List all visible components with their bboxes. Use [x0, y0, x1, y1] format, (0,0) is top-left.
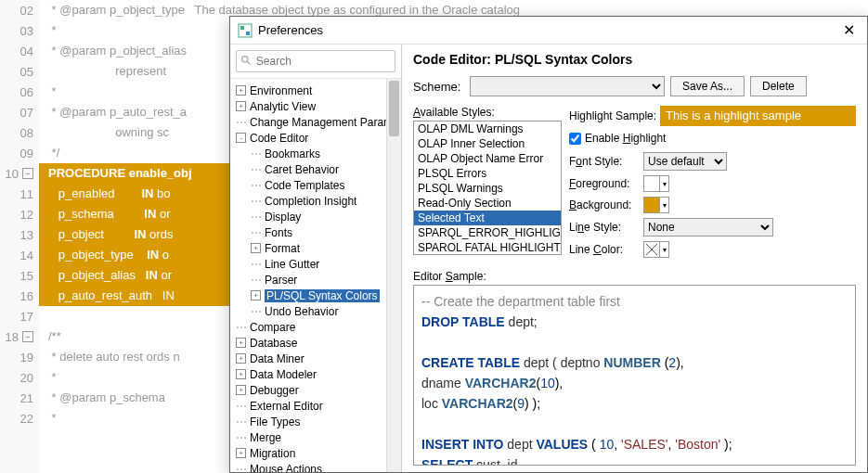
- tree-item[interactable]: ⋯External Editor: [230, 398, 401, 414]
- preferences-dialog: Preferences ✕ +Environment+Analytic View…: [229, 16, 868, 473]
- tree-item[interactable]: +Environment: [230, 83, 401, 98]
- tree-item[interactable]: ⋯Undo Behavior: [230, 303, 401, 319]
- close-button[interactable]: ✕: [837, 19, 860, 42]
- font-style-label: Font Style:: [569, 155, 643, 168]
- tree-item[interactable]: +Format: [230, 240, 401, 256]
- tree-item[interactable]: +Data Miner: [230, 351, 401, 366]
- dropdown-icon: ▾: [659, 176, 668, 191]
- style-item[interactable]: SPARQL_ERROR_HIGHLIGHT_: [414, 225, 561, 240]
- line-gutter: 020304050607080910−1112131415161718−1920…: [0, 0, 39, 473]
- editor-sample: -- Create the department table first DRO…: [413, 285, 856, 466]
- enable-highlight-label: Enable Highlight: [585, 132, 666, 145]
- highlight-sample: This is a highlight sample: [660, 106, 856, 126]
- enable-highlight-checkbox[interactable]: [569, 133, 581, 145]
- dropdown-icon: ▾: [659, 198, 668, 212]
- nav-tree-pane: +Environment+Analytic View⋯Change Manage…: [230, 45, 402, 472]
- style-item[interactable]: Selected Text: [414, 211, 561, 225]
- tree-item[interactable]: ⋯Compare: [230, 319, 401, 335]
- available-styles-label: Available Styles:: [413, 106, 562, 119]
- scheme-label: Scheme:: [413, 80, 464, 94]
- tree-item[interactable]: ⋯Bookmarks: [230, 146, 401, 161]
- search-input[interactable]: [253, 53, 391, 70]
- tree-item[interactable]: ⋯Fonts: [230, 224, 401, 240]
- preferences-tree[interactable]: +Environment+Analytic View⋯Change Manage…: [230, 79, 401, 472]
- tree-item[interactable]: +Data Modeler: [230, 366, 401, 382]
- line-style-label: Line Style:: [569, 221, 643, 234]
- style-item[interactable]: PLSQL Warnings: [414, 181, 561, 196]
- tree-item[interactable]: ⋯Parser: [230, 272, 401, 288]
- style-item[interactable]: PLSQL Errors: [414, 166, 561, 181]
- tree-item[interactable]: ⋯Line Gutter: [230, 256, 401, 272]
- tree-item[interactable]: ⋯Change Management Paran: [230, 114, 401, 130]
- search-icon: [240, 55, 253, 68]
- highlight-sample-label: Highlight Sample:: [569, 109, 656, 122]
- style-item[interactable]: OLAP DML Warnings: [414, 121, 561, 136]
- dropdown-icon: ▾: [659, 242, 668, 257]
- svg-point-3: [242, 57, 248, 62]
- style-item[interactable]: Read-Only Section: [414, 196, 561, 211]
- style-item[interactable]: OLAP Object Name Error: [414, 151, 561, 166]
- style-item[interactable]: SPAROL FATAL HIGHLIGHT S: [414, 240, 561, 255]
- preferences-icon: [238, 23, 253, 38]
- tree-item[interactable]: ⋯File Types: [230, 414, 401, 429]
- font-style-select[interactable]: Use default: [643, 152, 727, 171]
- foreground-label: Foreground:: [569, 177, 643, 190]
- dialog-title: Preferences: [258, 23, 837, 37]
- tree-item[interactable]: ⋯Mouse Actions: [230, 461, 401, 472]
- tree-item[interactable]: ⋯Merge: [230, 429, 401, 445]
- svg-rect-1: [240, 26, 244, 30]
- line-color-label: Line Color:: [569, 243, 643, 256]
- background-swatch[interactable]: ▾: [643, 197, 669, 213]
- tree-item[interactable]: ⋯Completion Insight: [230, 193, 401, 209]
- styles-list[interactable]: OLAP DML WarningsOLAP Inner SelectionOLA…: [413, 121, 562, 255]
- panel-title: Code Editor: PL/SQL Syntax Colors: [413, 52, 856, 67]
- scheme-select[interactable]: [470, 76, 665, 96]
- delete-button[interactable]: Delete: [750, 76, 807, 96]
- line-color-swatch[interactable]: ▾: [643, 241, 669, 258]
- editor-sample-label: Editor Sample:: [413, 270, 856, 283]
- background-label: Background:: [569, 198, 643, 211]
- tree-item[interactable]: +Database: [230, 335, 401, 351]
- tree-item[interactable]: +Debugger: [230, 382, 401, 398]
- titlebar: Preferences ✕: [230, 17, 867, 45]
- tree-item[interactable]: ⋯Display: [230, 209, 401, 224]
- tree-item[interactable]: +PL/SQL Syntax Colors: [230, 288, 401, 303]
- search-input-wrap[interactable]: [236, 50, 395, 72]
- settings-panel: Code Editor: PL/SQL Syntax Colors Scheme…: [402, 45, 867, 472]
- style-item[interactable]: OLAP Inner Selection: [414, 136, 561, 151]
- save-as-button[interactable]: Save As...: [670, 76, 745, 96]
- tree-scrollbar[interactable]: [386, 79, 401, 472]
- tree-item[interactable]: ⋯Caret Behavior: [230, 161, 401, 177]
- svg-line-4: [247, 61, 250, 64]
- tree-item[interactable]: -Code Editor: [230, 130, 401, 146]
- tree-item[interactable]: +Migration: [230, 445, 401, 461]
- scrollbar-thumb[interactable]: [389, 81, 399, 136]
- tree-item[interactable]: ⋯Code Templates: [230, 177, 401, 193]
- tree-item[interactable]: +Analytic View: [230, 98, 401, 114]
- foreground-swatch[interactable]: ▾: [643, 175, 669, 192]
- line-style-select[interactable]: None: [643, 218, 773, 236]
- svg-rect-2: [246, 32, 250, 35]
